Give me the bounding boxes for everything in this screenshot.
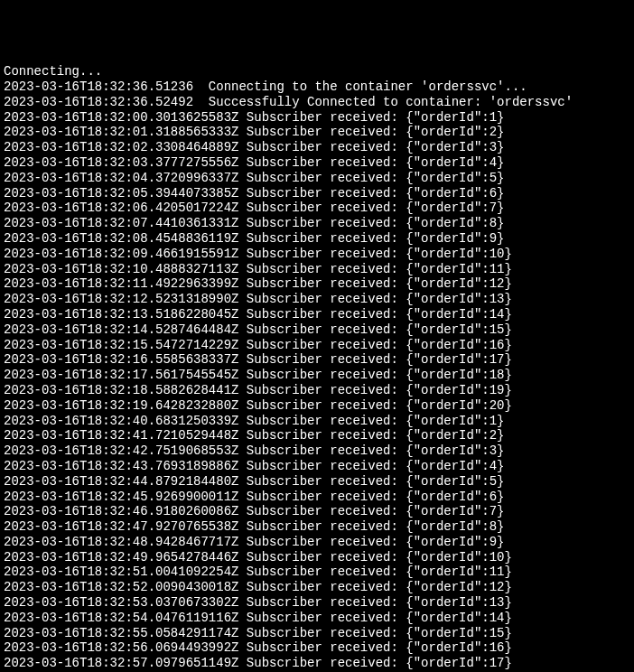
log-line: 2023-03-16T18:32:18.5882628441Z Subscrib… xyxy=(4,383,630,398)
log-line: 2023-03-16T18:32:51.0041092254Z Subscrib… xyxy=(4,565,630,580)
log-line: 2023-03-16T18:32:45.9269900011Z Subscrib… xyxy=(4,490,630,505)
log-line: 2023-03-16T18:32:53.0370673302Z Subscrib… xyxy=(4,595,630,611)
log-line: 2023-03-16T18:32:08.4548836119Z Subscrib… xyxy=(4,231,630,247)
log-line: 2023-03-16T18:32:11.4922963399Z Subscrib… xyxy=(4,276,630,292)
log-line: 2023-03-16T18:32:03.3777275556Z Subscrib… xyxy=(4,155,630,171)
log-line: 2023-03-16T18:32:40.6831250339Z Subscrib… xyxy=(4,414,630,429)
terminal-output: Connecting...2023-03-16T18:32:36.51236 C… xyxy=(4,64,630,672)
log-line: 2023-03-16T18:32:07.4410361331Z Subscrib… xyxy=(4,216,630,231)
log-line: 2023-03-16T18:32:05.3944073385Z Subscrib… xyxy=(4,186,630,201)
log-line: 2023-03-16T18:32:02.3308464889Z Subscrib… xyxy=(4,140,630,155)
log-line: 2023-03-16T18:32:01.3188565333Z Subscrib… xyxy=(4,125,630,140)
log-line: 2023-03-16T18:32:13.5186228045Z Subscrib… xyxy=(4,307,630,322)
log-line: 2023-03-16T18:32:14.5287464484Z Subscrib… xyxy=(4,322,630,338)
log-line: 2023-03-16T18:32:46.9180260086Z Subscrib… xyxy=(4,504,630,519)
log-line: 2023-03-16T18:32:43.7693189886Z Subscrib… xyxy=(4,459,630,474)
log-line: 2023-03-16T18:32:54.0476119116Z Subscrib… xyxy=(4,611,630,626)
log-line: 2023-03-16T18:32:44.8792184480Z Subscrib… xyxy=(4,474,630,490)
log-line: 2023-03-16T18:32:52.0090430018Z Subscrib… xyxy=(4,580,630,595)
log-line: 2023-03-16T18:32:48.9428467717Z Subscrib… xyxy=(4,535,630,550)
log-line: 2023-03-16T18:32:57.0979651149Z Subscrib… xyxy=(4,656,630,671)
log-line: 2023-03-16T18:32:10.4888327113Z Subscrib… xyxy=(4,262,630,277)
log-line: 2023-03-16T18:32:19.6428232880Z Subscrib… xyxy=(4,398,630,414)
log-line: 2023-03-16T18:32:47.9270765538Z Subscrib… xyxy=(4,519,630,535)
connected-msg-line: 2023-03-16T18:32:36.52492 Successfully C… xyxy=(4,95,630,110)
log-line: 2023-03-16T18:32:12.5231318990Z Subscrib… xyxy=(4,292,630,307)
log-line: 2023-03-16T18:32:04.3720996337Z Subscrib… xyxy=(4,171,630,186)
log-line: 2023-03-16T18:32:09.4661915591Z Subscrib… xyxy=(4,247,630,262)
connecting-line: Connecting... xyxy=(4,64,630,79)
log-line: 2023-03-16T18:32:16.5585638337Z Subscrib… xyxy=(4,352,630,368)
log-line: 2023-03-16T18:32:00.3013625583Z Subscrib… xyxy=(4,110,630,126)
log-line: 2023-03-16T18:32:06.4205017224Z Subscrib… xyxy=(4,201,630,216)
log-line: 2023-03-16T18:32:56.0694493992Z Subscrib… xyxy=(4,640,630,656)
connect-msg-line: 2023-03-16T18:32:36.51236 Connecting to … xyxy=(4,79,630,95)
log-line: 2023-03-16T18:32:55.0584291174Z Subscrib… xyxy=(4,626,630,641)
log-container: 2023-03-16T18:32:00.3013625583Z Subscrib… xyxy=(4,110,630,672)
log-line: 2023-03-16T18:32:42.7519068553Z Subscrib… xyxy=(4,443,630,459)
log-line: 2023-03-16T18:32:41.7210529448Z Subscrib… xyxy=(4,428,630,443)
log-line: 2023-03-16T18:32:17.5617545545Z Subscrib… xyxy=(4,368,630,383)
log-line: 2023-03-16T18:32:15.5472714229Z Subscrib… xyxy=(4,338,630,353)
log-line: 2023-03-16T18:32:49.9654278446Z Subscrib… xyxy=(4,550,630,565)
